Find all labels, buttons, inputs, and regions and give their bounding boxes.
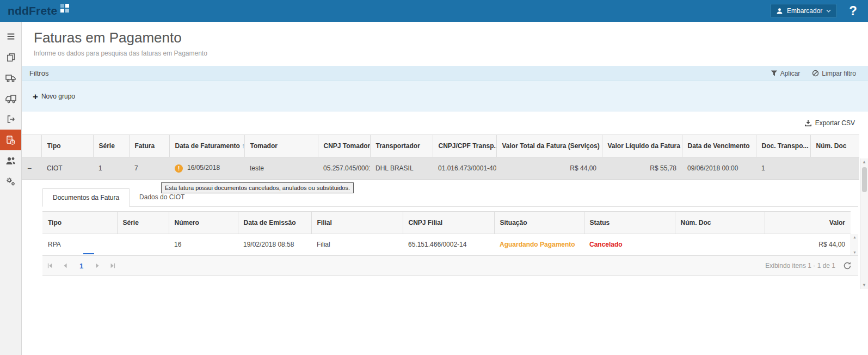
page-number[interactable]: 1 <box>77 262 85 270</box>
detail-rows: RPA 16 19/02/2018 08:58 Filial 65.151.46… <box>42 234 858 255</box>
dcell-valor: R$ 44,00 <box>765 234 851 255</box>
col-cnpj-cpf-transp[interactable]: CNPJ/CPF Transp... <box>433 135 496 157</box>
help-label: ? <box>849 3 857 18</box>
apply-filter-button[interactable]: Aplicar <box>771 70 801 77</box>
warning-icon[interactable]: ! <box>175 164 183 173</box>
last-page-icon <box>109 262 116 269</box>
invoice-payment-icon: $ <box>5 135 16 145</box>
col-fatura[interactable]: Fatura <box>129 135 169 157</box>
col-data-vencimento[interactable]: Data de Vencimento <box>682 135 756 157</box>
col-tipo[interactable]: Tipo <box>41 135 93 157</box>
dcol-num-doc[interactable]: Núm. Doc <box>675 212 765 234</box>
users-icon <box>5 156 16 166</box>
user-menu-button[interactable]: Embarcador <box>770 4 837 18</box>
detail-pager: 1 <box>42 255 858 276</box>
sidebar-item-invoices-payment[interactable]: $ <box>0 130 21 150</box>
dcell-num-doc <box>675 234 765 255</box>
document-row[interactable]: RPA 16 19/02/2018 08:58 Filial 65.151.46… <box>42 234 851 255</box>
documents-icon <box>6 52 16 62</box>
detail-grid: Tipo Série Número Data de Emissão Filial… <box>42 211 858 276</box>
dcol-tipo[interactable]: Tipo <box>42 212 117 234</box>
scrollbar-thumb[interactable] <box>862 167 867 192</box>
dcol-situacao[interactable]: Situação <box>494 212 584 234</box>
dcell-tipo: RPA <box>42 234 117 255</box>
detail-vertical-scrollbar[interactable]: ▲ ▼ <box>851 234 858 255</box>
first-page-icon <box>47 262 53 269</box>
new-group-button[interactable]: + Novo grupo <box>33 92 75 101</box>
detail-scroll-down-icon[interactable]: ▼ <box>853 249 857 255</box>
last-page-button[interactable] <box>109 262 116 269</box>
export-csv-button[interactable]: Exportar CSV <box>804 119 855 127</box>
prev-page-button[interactable] <box>62 262 69 269</box>
dcol-valor[interactable]: Valor <box>765 212 851 234</box>
dcol-data-emissao[interactable]: Data de Emissão <box>238 212 311 234</box>
detail-scroll-up-icon[interactable]: ▲ <box>853 234 857 240</box>
tab-documentos-da-fatura[interactable]: Documentos da Fatura <box>42 188 130 207</box>
next-page-button[interactable] <box>94 262 101 269</box>
sidebar-item-documents[interactable] <box>0 47 21 68</box>
dcell-cnpj-filial: 65.151.466/0002-14 <box>403 234 494 255</box>
funnel-icon <box>771 70 778 77</box>
download-icon <box>804 119 812 127</box>
pager-info: Exibindo itens 1 - 1 de 1 <box>765 262 835 270</box>
clear-filter-label: Limpar filtro <box>822 70 856 77</box>
col-data-faturamento[interactable]: Data de Faturamento↑ <box>169 135 244 157</box>
detail-row-table: RPA 16 19/02/2018 08:58 Filial 65.151.46… <box>42 234 851 255</box>
dcol-cnpj-filial[interactable]: CNPJ Filial <box>403 212 494 234</box>
dcol-filial[interactable]: Filial <box>311 212 403 234</box>
menu-icon <box>6 32 16 41</box>
sidebar-item-settings[interactable] <box>0 171 21 192</box>
serie-edit-indicator <box>83 253 94 254</box>
col-transportador[interactable]: Transportador <box>370 135 433 157</box>
cell-cnpj-tomador: 05.257.045/0001-60 <box>318 157 370 180</box>
col-cnpj-tomador[interactable]: CNPJ Tomador <box>318 135 370 157</box>
dcell-numero: 16 <box>169 234 238 255</box>
first-page-button[interactable] <box>47 262 53 269</box>
invoice-detail-panel: Documentos da Fatura Dados do CIOT Tipo <box>42 188 858 276</box>
filters-body: + Novo grupo <box>22 81 868 112</box>
dcell-serie <box>117 234 169 255</box>
user-menu-label: Embarcador <box>787 7 822 15</box>
col-tomador[interactable]: Tomador <box>244 135 318 157</box>
col-num-doc[interactable]: Núm. Doc <box>810 135 859 157</box>
cell-doc-transpo: 1 <box>756 157 810 180</box>
sidebar: $ <box>0 22 22 355</box>
next-page-icon <box>94 262 101 269</box>
invoices-grid: Tipo Série Fatura Data de Faturamento↑ T… <box>22 134 868 276</box>
col-valor-liquido[interactable]: Valor Líquido da Fatura <box>602 135 682 157</box>
detail-table: Tipo Série Número Data de Emissão Filial… <box>42 211 851 234</box>
cell-fatura: 7 <box>129 157 169 180</box>
grid-toolbar: Exportar CSV <box>22 112 868 134</box>
clear-filter-button[interactable]: Limpar filtro <box>812 70 856 77</box>
apply-filter-label: Aplicar <box>780 70 801 77</box>
warning-tooltip: Esta fatura possui documentos cancelados… <box>161 182 354 193</box>
sidebar-item-users[interactable] <box>0 150 21 171</box>
scroll-up-arrow-icon[interactable]: ▲ <box>862 158 866 166</box>
scroll-down-arrow-icon[interactable]: ▼ <box>862 281 866 289</box>
sidebar-item-menu[interactable] <box>0 26 21 47</box>
dcell-filial: Filial <box>311 234 403 255</box>
settings-gears-icon <box>5 176 16 187</box>
export-csv-label: Exportar CSV <box>815 119 855 127</box>
collapse-row-toggle[interactable]: − <box>27 164 32 173</box>
truck-icon <box>5 73 16 83</box>
filters-bar: Filtros Aplicar Limpar filtro <box>22 66 868 81</box>
grid-vertical-scrollbar[interactable]: ▲ ▼ <box>860 158 868 289</box>
refresh-button[interactable] <box>843 261 852 270</box>
dcol-status[interactable]: Status <box>584 212 675 234</box>
invoice-row[interactable]: − CIOT 1 7 !16/05/2018 teste 05.257.045/… <box>22 157 859 180</box>
col-doc-transpo[interactable]: Doc. Transpo... <box>756 135 810 157</box>
sidebar-item-freight[interactable] <box>0 88 21 109</box>
refresh-icon <box>843 261 852 270</box>
col-valor-total[interactable]: Valor Total da Fatura (Serviços) <box>496 135 602 157</box>
dcol-serie[interactable]: Série <box>117 212 169 234</box>
sidebar-item-trucks[interactable] <box>0 68 21 88</box>
cell-valor-liquido: R$ 55,78 <box>602 157 682 180</box>
brand-logo[interactable]: nddFrete <box>8 4 69 17</box>
dcell-situacao: Aguardando Pagamento <box>494 234 584 255</box>
col-serie[interactable]: Série <box>93 135 129 157</box>
help-button[interactable]: ? <box>846 0 860 22</box>
dcell-status: Cancelado <box>584 234 675 255</box>
sidebar-item-export[interactable] <box>0 109 21 130</box>
dcol-numero[interactable]: Número <box>169 212 238 234</box>
